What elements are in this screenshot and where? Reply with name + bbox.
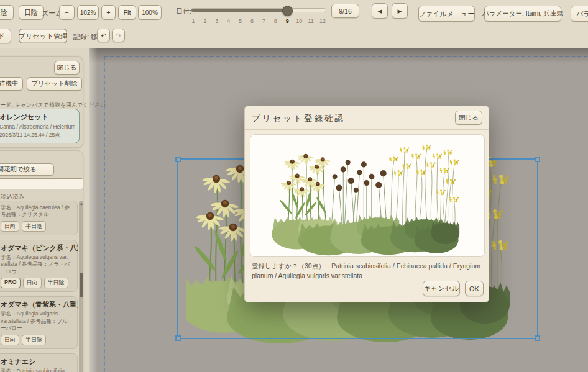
prev-date-button[interactable]: ◀ <box>372 3 388 19</box>
plant-card-title: オミナエシ <box>1 357 73 366</box>
plant-library-panel: 開花期で絞る 読込済み 学名：Aquilegia caerulea / 参考品種… <box>0 150 83 372</box>
parameters-button[interactable]: パラメーター: Itami, 兵庫県 <box>484 6 561 22</box>
modal-title: プリセット登録確認 <box>252 113 345 124</box>
plant-card-badges: 日向半日陰 <box>1 335 73 345</box>
sidebar: 閉じる 待機中 プリセット削除 モード: キャンバスで植物を囲んでください オレ… <box>0 55 86 372</box>
cancel-button[interactable]: キャンセル <box>423 281 460 296</box>
search-input[interactable] <box>0 178 83 189</box>
plant-card-sciname: 学名：Patrinia scabiosifolia <box>1 368 73 372</box>
selection-handle-bottom-right[interactable] <box>535 335 540 341</box>
preset-preview-plants <box>255 140 480 256</box>
selection-handle-top-right[interactable] <box>535 157 540 162</box>
parameters2-button[interactable]: パラメーター <box>571 6 588 22</box>
mode-button[interactable]: モード <box>0 29 11 43</box>
preset-manage-button[interactable]: プリセット管理 <box>19 29 67 43</box>
month-tick-12[interactable]: 12 <box>319 18 326 24</box>
confirm-message: 登録しますか？（30点） Patrinia scabiosifolia / Ec… <box>252 261 483 281</box>
badge-半日陰: 半日陰 <box>22 221 46 232</box>
month-tick-3[interactable]: 3 <box>213 18 221 24</box>
month-tick-2[interactable]: 2 <box>201 18 209 24</box>
plant-list: 学名：Aquilegia caerulea / 参考品種：クリスタル日向半日陰オ… <box>0 201 78 372</box>
plant-card-title: オダマキ（青紫系・八重） <box>1 300 73 309</box>
file-menu-button[interactable]: ファイルメニュー <box>418 6 475 22</box>
plant-card[interactable]: オダマキ（青紫系・八重）学名：Aquilegia vulgaris var.st… <box>0 296 78 348</box>
plant-card-badges: PRO日向半日陰 <box>1 278 73 288</box>
preset-plants: Canna / Alstroemeria / Helenium '... <box>0 124 75 130</box>
badge-日向: 日向 <box>1 221 19 232</box>
month-tick-6[interactable]: 6 <box>249 18 256 24</box>
date-slider[interactable] <box>191 8 326 12</box>
scroll-up-icon[interactable]: ▲ <box>79 202 83 206</box>
next-date-button[interactable]: ▶ <box>392 3 408 19</box>
plant-card-sciname: 学名：Aquilegia vulgaris var.stellata / 参考品… <box>1 311 73 332</box>
month-tick-11[interactable]: 11 <box>307 18 315 24</box>
preset-meta: 2026/3/11 14:25:44 / 25点 <box>0 132 75 139</box>
preset-panel: 閉じる 待機中 プリセット削除 モード: キャンバスで植物を囲んでください オレ… <box>0 56 83 148</box>
selection-handle-top-left[interactable] <box>175 157 181 162</box>
standby-button[interactable]: 待機中 <box>0 77 23 91</box>
date-slider-fill <box>191 9 287 12</box>
badge-日向: 日向 <box>23 278 42 288</box>
month-tick-8[interactable]: 8 <box>272 18 279 24</box>
undo-button[interactable]: ↶ <box>97 29 110 42</box>
badge-PRO: PRO <box>1 278 21 288</box>
half-shade-button[interactable]: 半日陰 <box>0 5 14 20</box>
zoom-100-button[interactable]: 100% <box>138 5 162 20</box>
app-window: 半日陰 日陰 ズーム: − 102% + Fit 100% 日付: 123456… <box>0 0 588 372</box>
zoom-value[interactable]: 102% <box>77 5 99 20</box>
plant-card[interactable]: オミナエシ学名：Patrinia scabiosifolia日向半日陰 <box>0 353 78 372</box>
plant-card-sciname: 学名：Aquilegia vulgaris var. stellata / 参考… <box>1 254 73 275</box>
month-tick-5[interactable]: 5 <box>237 18 244 24</box>
plant-card-title: オダマキ（ピンク系・八重） <box>1 243 73 253</box>
month-tick-10[interactable]: 10 <box>295 18 303 24</box>
preset-register-modal: プリセット登録確認 閉じる 登録しますか？（30点） Patrinia scab… <box>244 106 489 302</box>
selection-handle-bottom-left[interactable] <box>175 335 181 341</box>
sidebar-close-button[interactable]: 閉じる <box>54 61 80 75</box>
preset-preview-image <box>250 134 485 257</box>
shade-button[interactable]: 日陰 <box>19 5 44 20</box>
plant-card[interactable]: 学名：Aquilegia caerulea / 参考品種：クリスタル日向半日陰 <box>0 201 78 235</box>
delete-preset-button[interactable]: プリセット削除 <box>27 77 82 91</box>
date-label: 日付: <box>176 7 191 16</box>
scrollbar-thumb[interactable] <box>80 273 83 297</box>
month-tick-7[interactable]: 7 <box>260 18 267 24</box>
date-slider-knob[interactable] <box>282 6 293 16</box>
preset-title: オレンジセット <box>0 112 75 122</box>
badge-半日陰: 半日陰 <box>22 335 46 345</box>
badge-半日陰: 半日陰 <box>44 278 68 288</box>
selected-preset-card[interactable]: オレンジセット Canna / Alstroemeria / Helenium … <box>0 109 80 143</box>
badge-日向: 日向 <box>1 335 19 345</box>
redo-button[interactable]: ↷ <box>112 29 125 42</box>
month-tick-4[interactable]: 4 <box>225 18 232 24</box>
modal-header: プリセット登録確認 閉じる <box>245 106 489 130</box>
month-tick-9[interactable]: 9 <box>283 18 291 24</box>
fit-button[interactable]: Fit <box>118 5 136 20</box>
toolbar: 半日陰 日陰 ズーム: − 102% + Fit 100% 日付: 123456… <box>0 0 588 48</box>
modal-close-button[interactable]: 閉じる <box>455 111 482 125</box>
plant-card-badges: 日向半日陰 <box>1 221 73 232</box>
zoom-in-button[interactable]: + <box>101 5 116 20</box>
bloom-filter-button[interactable]: 開花期で絞る <box>0 163 54 176</box>
month-ticks: 123456789101112 <box>190 18 326 24</box>
date-value[interactable]: 9/16 <box>331 4 359 18</box>
plant-card[interactable]: オダマキ（ピンク系・八重）学名：Aquilegia vulgaris var. … <box>0 240 78 292</box>
ok-button[interactable]: OK <box>465 281 484 296</box>
month-tick-1[interactable]: 1 <box>190 18 197 24</box>
plant-list-scrollbar[interactable]: ▲ <box>79 201 83 372</box>
plant-card-sciname: 学名：Aquilegia caerulea / 参考品種：クリスタル <box>1 204 73 219</box>
zoom-out-button[interactable]: − <box>59 5 75 20</box>
